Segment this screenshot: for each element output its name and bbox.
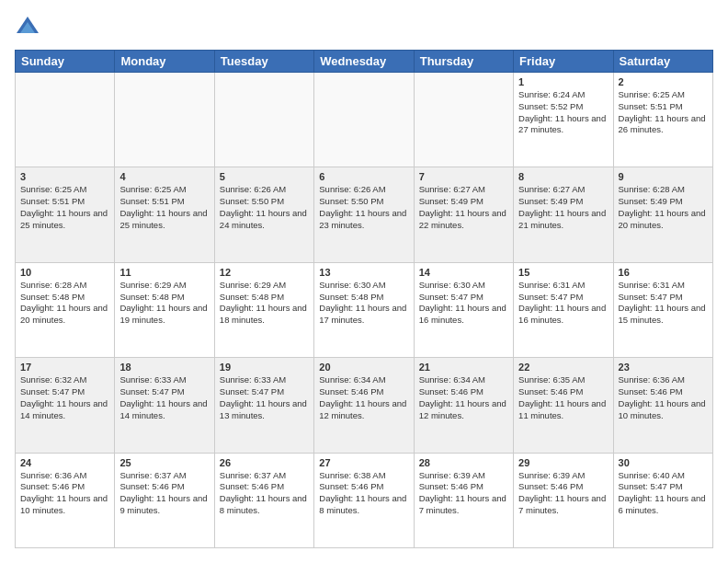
day-number: 7 <box>419 171 508 182</box>
calendar-cell: 18Sunrise: 6:33 AMSunset: 5:47 PMDayligh… <box>115 358 214 453</box>
cell-content: Sunrise: 6:33 AMSunset: 5:47 PMDaylight:… <box>220 374 309 421</box>
header-sunday: Sunday <box>16 51 115 73</box>
cell-content: Sunrise: 6:40 AMSunset: 5:47 PMDaylight:… <box>619 470 708 517</box>
cell-content: Sunrise: 6:35 AMSunset: 5:46 PMDaylight:… <box>518 374 608 421</box>
cell-content: Sunrise: 6:36 AMSunset: 5:46 PMDaylight:… <box>20 470 109 517</box>
day-number: 9 <box>619 171 708 182</box>
day-number: 19 <box>220 362 309 373</box>
header-monday: Monday <box>115 51 214 73</box>
calendar-cell <box>214 73 313 167</box>
logo <box>15 15 44 40</box>
day-number: 14 <box>419 267 508 278</box>
cell-content: Sunrise: 6:28 AMSunset: 5:49 PMDaylight:… <box>619 184 708 231</box>
calendar-cell: 6Sunrise: 6:26 AMSunset: 5:50 PMDaylight… <box>314 167 414 262</box>
cell-content: Sunrise: 6:33 AMSunset: 5:47 PMDaylight:… <box>119 374 209 421</box>
header-row: Sunday Monday Tuesday Wednesday Thursday… <box>16 51 713 73</box>
calendar-cell: 15Sunrise: 6:31 AMSunset: 5:47 PMDayligh… <box>514 262 613 357</box>
calendar-cell: 20Sunrise: 6:34 AMSunset: 5:46 PMDayligh… <box>314 358 414 453</box>
cell-content: Sunrise: 6:25 AMSunset: 5:51 PMDaylight:… <box>619 89 708 136</box>
calendar-cell: 4Sunrise: 6:25 AMSunset: 5:51 PMDaylight… <box>115 167 214 262</box>
cell-content: Sunrise: 6:27 AMSunset: 5:49 PMDaylight:… <box>419 184 508 231</box>
cell-content: Sunrise: 6:30 AMSunset: 5:47 PMDaylight:… <box>419 280 508 327</box>
calendar-cell: 24Sunrise: 6:36 AMSunset: 5:46 PMDayligh… <box>16 453 115 547</box>
calendar-cell: 12Sunrise: 6:29 AMSunset: 5:48 PMDayligh… <box>214 262 313 357</box>
calendar-cell: 22Sunrise: 6:35 AMSunset: 5:46 PMDayligh… <box>514 358 613 453</box>
calendar-week-row: 3Sunrise: 6:25 AMSunset: 5:51 PMDaylight… <box>16 167 713 262</box>
calendar-cell: 19Sunrise: 6:33 AMSunset: 5:47 PMDayligh… <box>214 358 313 453</box>
day-number: 16 <box>619 267 708 278</box>
calendar-cell: 30Sunrise: 6:40 AMSunset: 5:47 PMDayligh… <box>613 453 712 547</box>
logo-icon <box>15 15 40 40</box>
day-number: 26 <box>220 457 309 468</box>
calendar-cell: 5Sunrise: 6:26 AMSunset: 5:50 PMDaylight… <box>214 167 313 262</box>
cell-content: Sunrise: 6:28 AMSunset: 5:48 PMDaylight:… <box>20 280 109 327</box>
day-number: 25 <box>119 457 209 468</box>
calendar-week-row: 17Sunrise: 6:32 AMSunset: 5:47 PMDayligh… <box>16 358 713 453</box>
day-number: 12 <box>220 267 309 278</box>
calendar-cell <box>414 73 513 167</box>
calendar-week-row: 24Sunrise: 6:36 AMSunset: 5:46 PMDayligh… <box>16 453 713 547</box>
calendar-cell: 11Sunrise: 6:29 AMSunset: 5:48 PMDayligh… <box>115 262 214 357</box>
calendar-cell <box>314 73 414 167</box>
cell-content: Sunrise: 6:25 AMSunset: 5:51 PMDaylight:… <box>119 184 209 231</box>
calendar-cell: 26Sunrise: 6:37 AMSunset: 5:46 PMDayligh… <box>214 453 313 547</box>
day-number: 27 <box>319 457 408 468</box>
day-number: 22 <box>518 362 608 373</box>
calendar-cell <box>115 73 214 167</box>
cell-content: Sunrise: 6:34 AMSunset: 5:46 PMDaylight:… <box>319 374 408 421</box>
cell-content: Sunrise: 6:39 AMSunset: 5:46 PMDaylight:… <box>518 470 608 517</box>
cell-content: Sunrise: 6:37 AMSunset: 5:46 PMDaylight:… <box>119 470 209 517</box>
day-number: 1 <box>518 76 608 87</box>
calendar-cell: 13Sunrise: 6:30 AMSunset: 5:48 PMDayligh… <box>314 262 414 357</box>
header-saturday: Saturday <box>613 51 712 73</box>
calendar-cell: 14Sunrise: 6:30 AMSunset: 5:47 PMDayligh… <box>414 262 513 357</box>
day-number: 23 <box>619 362 708 373</box>
day-number: 11 <box>119 267 209 278</box>
cell-content: Sunrise: 6:25 AMSunset: 5:51 PMDaylight:… <box>20 184 109 231</box>
day-number: 2 <box>619 76 708 87</box>
header <box>15 15 713 40</box>
day-number: 18 <box>119 362 209 373</box>
calendar-cell <box>16 73 115 167</box>
cell-content: Sunrise: 6:27 AMSunset: 5:49 PMDaylight:… <box>518 184 608 231</box>
calendar-cell: 29Sunrise: 6:39 AMSunset: 5:46 PMDayligh… <box>514 453 613 547</box>
day-number: 17 <box>20 362 109 373</box>
cell-content: Sunrise: 6:39 AMSunset: 5:46 PMDaylight:… <box>419 470 508 517</box>
calendar-cell: 21Sunrise: 6:34 AMSunset: 5:46 PMDayligh… <box>414 358 513 453</box>
calendar-cell: 10Sunrise: 6:28 AMSunset: 5:48 PMDayligh… <box>16 262 115 357</box>
calendar-cell: 16Sunrise: 6:31 AMSunset: 5:47 PMDayligh… <box>613 262 712 357</box>
calendar-cell: 1Sunrise: 6:24 AMSunset: 5:52 PMDaylight… <box>514 73 613 167</box>
cell-content: Sunrise: 6:29 AMSunset: 5:48 PMDaylight:… <box>220 280 309 327</box>
cell-content: Sunrise: 6:38 AMSunset: 5:46 PMDaylight:… <box>319 470 408 517</box>
cell-content: Sunrise: 6:29 AMSunset: 5:48 PMDaylight:… <box>119 280 209 327</box>
header-friday: Friday <box>514 51 613 73</box>
cell-content: Sunrise: 6:37 AMSunset: 5:46 PMDaylight:… <box>220 470 309 517</box>
cell-content: Sunrise: 6:26 AMSunset: 5:50 PMDaylight:… <box>220 184 309 231</box>
calendar-cell: 3Sunrise: 6:25 AMSunset: 5:51 PMDaylight… <box>16 167 115 262</box>
calendar-week-row: 1Sunrise: 6:24 AMSunset: 5:52 PMDaylight… <box>16 73 713 167</box>
day-number: 13 <box>319 267 408 278</box>
calendar-cell: 7Sunrise: 6:27 AMSunset: 5:49 PMDaylight… <box>414 167 513 262</box>
header-thursday: Thursday <box>414 51 513 73</box>
cell-content: Sunrise: 6:36 AMSunset: 5:46 PMDaylight:… <box>619 374 708 421</box>
day-number: 29 <box>518 457 608 468</box>
day-number: 6 <box>319 171 408 182</box>
cell-content: Sunrise: 6:30 AMSunset: 5:48 PMDaylight:… <box>319 280 408 327</box>
day-number: 4 <box>119 171 209 182</box>
day-number: 30 <box>619 457 708 468</box>
cell-content: Sunrise: 6:32 AMSunset: 5:47 PMDaylight:… <box>20 374 109 421</box>
day-number: 20 <box>319 362 408 373</box>
calendar-cell: 2Sunrise: 6:25 AMSunset: 5:51 PMDaylight… <box>613 73 712 167</box>
header-wednesday: Wednesday <box>314 51 414 73</box>
cell-content: Sunrise: 6:34 AMSunset: 5:46 PMDaylight:… <box>419 374 508 421</box>
calendar-header: Sunday Monday Tuesday Wednesday Thursday… <box>16 51 713 73</box>
calendar-body: 1Sunrise: 6:24 AMSunset: 5:52 PMDaylight… <box>16 73 713 548</box>
calendar-cell: 27Sunrise: 6:38 AMSunset: 5:46 PMDayligh… <box>314 453 414 547</box>
calendar-cell: 28Sunrise: 6:39 AMSunset: 5:46 PMDayligh… <box>414 453 513 547</box>
calendar-cell: 9Sunrise: 6:28 AMSunset: 5:49 PMDaylight… <box>613 167 712 262</box>
day-number: 24 <box>20 457 109 468</box>
day-number: 3 <box>20 171 109 182</box>
calendar-week-row: 10Sunrise: 6:28 AMSunset: 5:48 PMDayligh… <box>16 262 713 357</box>
day-number: 15 <box>518 267 608 278</box>
calendar-cell: 25Sunrise: 6:37 AMSunset: 5:46 PMDayligh… <box>115 453 214 547</box>
